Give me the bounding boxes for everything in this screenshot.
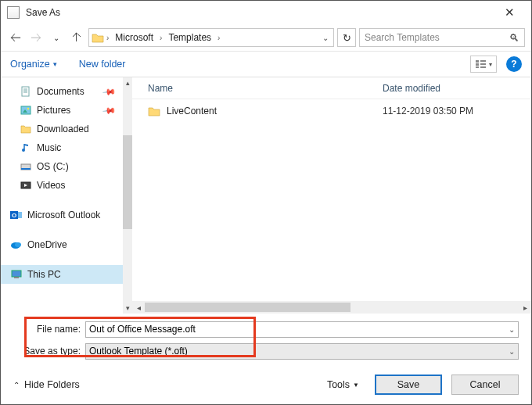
svg-point-13 — [22, 149, 25, 152]
save-button[interactable]: Save — [375, 375, 442, 395]
nav-row: 🡠 🡢 ⌄ 🡡 › Microsoft › Templates › ⌄ ↻ Se… — [1, 24, 531, 51]
this-pc-icon — [10, 268, 23, 281]
sidebar-item-outlook[interactable]: O Microsoft Outlook — [1, 206, 123, 224]
tools-button[interactable]: Tools ▼ — [327, 379, 359, 390]
horizontal-scrollbar[interactable]: ◂ ▸ — [132, 301, 531, 314]
savetype-label: Save as type: — [13, 346, 85, 357]
sidebar-item-this-pc[interactable]: This PC — [1, 265, 123, 284]
svg-text:O: O — [12, 212, 16, 219]
chevron-right-icon: › — [105, 34, 110, 42]
svg-point-12 — [27, 108, 29, 109]
folder-icon — [148, 106, 160, 116]
chevron-down-icon[interactable]: ⌄ — [322, 34, 329, 42]
footer: ⌃ Hide Folders Tools ▼ Save Cancel — [1, 365, 531, 404]
forward-button: 🡢 — [27, 29, 45, 46]
svg-rect-15 — [21, 168, 31, 170]
scrollbar-thumb[interactable] — [145, 303, 350, 312]
column-name[interactable]: Name — [132, 83, 383, 94]
filename-input[interactable]: Out of Office Message.oft ⌄ — [85, 321, 519, 338]
chevron-down-icon[interactable]: ⌄ — [509, 347, 515, 356]
toolbar: Organize ▾ New folder ▾ ? — [1, 51, 531, 77]
refresh-button[interactable]: ↻ — [337, 28, 356, 47]
sidebar-item-music[interactable]: Music — [1, 138, 123, 157]
breadcrumb-seg-0[interactable]: Microsoft — [110, 32, 158, 43]
recent-locations-button[interactable]: ⌄ — [48, 29, 65, 46]
scroll-down-icon[interactable]: ▾ — [123, 303, 132, 314]
svg-rect-24 — [14, 277, 19, 278]
svg-rect-6 — [22, 87, 29, 96]
svg-rect-1 — [476, 63, 479, 66]
onedrive-icon — [10, 238, 23, 251]
sidebar-item-onedrive[interactable]: OneDrive — [1, 235, 123, 254]
svg-rect-0 — [476, 60, 479, 63]
pin-icon: 📌 — [102, 103, 117, 118]
svg-rect-20 — [18, 212, 22, 218]
search-input[interactable]: Search Templates 🔍︎ — [359, 28, 525, 47]
back-button[interactable]: 🡠 — [7, 29, 24, 46]
scroll-left-icon[interactable]: ◂ — [132, 303, 145, 312]
view-options-button[interactable]: ▾ — [470, 56, 497, 73]
list-item[interactable]: LiveContent 11-12-2019 03:50 PM — [132, 99, 531, 120]
svg-rect-10 — [21, 106, 31, 114]
help-button[interactable]: ? — [506, 56, 522, 72]
save-as-dialog: Save As ✕ 🡠 🡢 ⌄ 🡡 › Microsoft › Template… — [0, 0, 532, 405]
chevron-right-icon: › — [216, 34, 221, 42]
chevron-down-icon: ▾ — [53, 60, 57, 68]
hide-folders-button[interactable]: ⌃ Hide Folders — [13, 379, 80, 390]
svg-rect-23 — [12, 271, 21, 277]
svg-rect-5 — [480, 66, 486, 68]
pin-icon: 📌 — [102, 84, 117, 99]
chevron-right-icon: › — [158, 34, 164, 42]
scroll-right-icon[interactable]: ▸ — [519, 303, 531, 312]
search-icon: 🔍︎ — [509, 32, 519, 44]
folder-icon — [20, 123, 32, 135]
chevron-down-icon[interactable]: ⌄ — [509, 325, 515, 334]
organize-button[interactable]: Organize ▾ — [10, 59, 57, 70]
system-icon — [7, 6, 20, 19]
outlook-icon: O — [10, 209, 23, 221]
sidebar-scrollbar[interactable]: ▴ ▾ — [123, 77, 132, 314]
up-button[interactable]: 🡡 — [68, 29, 85, 46]
column-headers: Name Date modified — [132, 77, 531, 99]
pictures-icon — [20, 104, 32, 116]
svg-rect-2 — [476, 66, 479, 68]
chevron-down-icon: ▼ — [353, 382, 359, 389]
file-list-panel: Name Date modified LiveContent 11-12-201… — [132, 77, 531, 314]
documents-icon — [20, 85, 32, 98]
music-icon — [20, 142, 32, 154]
scrollbar-thumb[interactable] — [123, 135, 132, 229]
breadcrumb-seg-1[interactable]: Templates — [164, 32, 216, 43]
svg-rect-4 — [480, 63, 486, 65]
address-bar[interactable]: › Microsoft › Templates › ⌄ — [88, 28, 334, 47]
column-date[interactable]: Date modified — [383, 83, 531, 94]
svg-rect-3 — [480, 60, 486, 62]
sidebar-item-os-c[interactable]: OS (C:) — [1, 157, 123, 176]
scroll-up-icon[interactable]: ▴ — [123, 77, 132, 88]
sidebar: Documents 📌 Pictures 📌 Downloaded Music — [1, 77, 123, 314]
filename-label: File name: — [13, 324, 85, 335]
close-button[interactable]: ✕ — [494, 5, 525, 20]
save-fields: File name: Out of Office Message.oft ⌄ S… — [1, 314, 531, 367]
sidebar-item-videos[interactable]: Videos — [1, 176, 123, 195]
sidebar-item-documents[interactable]: Documents 📌 — [1, 82, 123, 101]
new-folder-button[interactable]: New folder — [79, 59, 126, 70]
search-placeholder: Search Templates — [365, 32, 440, 43]
sidebar-item-pictures[interactable]: Pictures 📌 — [1, 101, 123, 120]
folder-icon — [91, 31, 105, 44]
main-area: Documents 📌 Pictures 📌 Downloaded Music — [1, 77, 531, 314]
savetype-select[interactable]: Outlook Template (*.oft) ⌄ — [85, 343, 519, 360]
sidebar-item-downloaded[interactable]: Downloaded — [1, 120, 123, 138]
videos-icon — [20, 179, 32, 192]
chevron-up-icon: ⌃ — [13, 381, 20, 389]
cancel-button[interactable]: Cancel — [451, 375, 519, 395]
title-bar: Save As ✕ — [1, 1, 531, 24]
window-title: Save As — [26, 7, 60, 18]
svg-point-22 — [15, 242, 21, 247]
drive-icon — [20, 160, 32, 173]
